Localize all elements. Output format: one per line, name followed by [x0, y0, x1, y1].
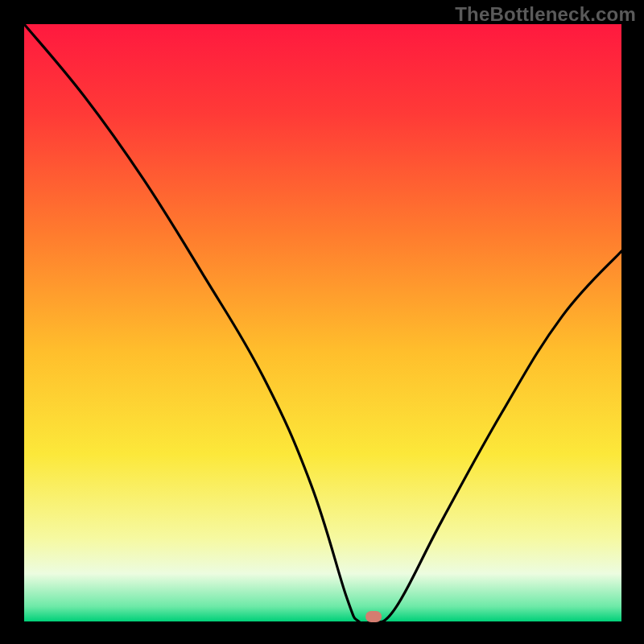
svg-rect-2 [365, 611, 382, 622]
chart-container: TheBottleneck.com [0, 0, 644, 644]
watermark-text: TheBottleneck.com [455, 3, 636, 26]
bottleneck-chart [0, 0, 644, 644]
svg-rect-1 [24, 24, 621, 621]
